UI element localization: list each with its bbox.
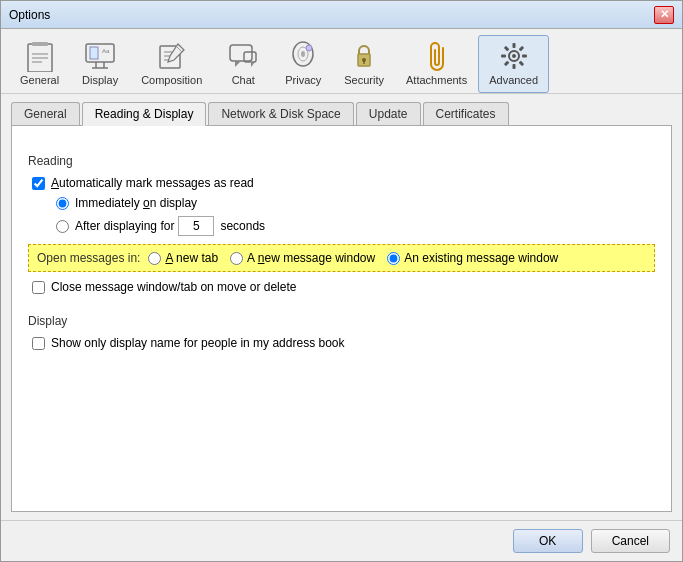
toolbar-item-attachments[interactable]: Attachments [395,35,478,93]
svg-marker-17 [235,61,241,67]
chat-icon [227,40,259,72]
reading-section-title: Reading [28,154,655,168]
security-icon [348,40,380,72]
options-window: Options ✕ General Aa [0,0,683,562]
privacy-icon [287,40,319,72]
open-existing-window-option: An existing message window [387,251,558,265]
toolbar-item-display[interactable]: Aa Display [70,35,130,93]
toolbar-item-composition[interactable]: Composition [130,35,213,93]
toolbar-composition-label: Composition [141,74,202,86]
immediately-label: Immediately on display [75,196,197,210]
svg-rect-16 [230,45,252,61]
tab-general[interactable]: General [11,102,80,125]
open-new-window-radio[interactable] [230,252,243,265]
svg-rect-1 [32,42,48,46]
toolbar-general-label: General [20,74,59,86]
toolbar-attachments-label: Attachments [406,74,467,86]
toolbar: General Aa Display [1,29,682,94]
tab-network-disk[interactable]: Network & Disk Space [208,102,353,125]
svg-rect-30 [518,46,524,52]
display-section: Display Show only display name for peopl… [28,314,655,350]
show-display-name-label: Show only display name for people in my … [51,336,345,350]
close-window-label: Close message window/tab on move or dele… [51,280,296,294]
auto-mark-checkbox[interactable] [32,177,45,190]
svg-rect-33 [512,64,515,69]
seconds-input[interactable] [178,216,214,236]
svg-rect-32 [518,61,524,67]
toolbar-chat-label: Chat [232,74,255,86]
open-new-window-label: A new message window [247,251,375,265]
toolbar-item-chat[interactable]: Chat [213,35,273,93]
svg-rect-34 [503,61,509,67]
immediately-row: Immediately on display [56,196,655,210]
auto-mark-row: Automatically mark messages as read [28,176,655,190]
show-display-name-checkbox[interactable] [32,337,45,350]
general-icon [24,40,56,72]
tab-certificates[interactable]: Certificates [423,102,509,125]
tabs-bar: General Reading & Display Network & Disk… [11,102,672,126]
toolbar-display-label: Display [82,74,118,86]
title-bar: Options ✕ [1,1,682,29]
auto-mark-label: Automatically mark messages as read [51,176,254,190]
toolbar-security-label: Security [344,74,384,86]
open-new-window-option: A new message window [230,251,375,265]
tab-update[interactable]: Update [356,102,421,125]
toolbar-advanced-label: Advanced [489,74,538,86]
svg-rect-6 [90,47,98,59]
svg-rect-29 [512,43,515,48]
svg-point-28 [512,54,516,58]
open-new-tab-label: A new tab [165,251,218,265]
reading-section: Reading Automatically mark messages as r… [28,154,655,236]
content-area: General Reading & Display Network & Disk… [1,94,682,520]
display-icon: Aa [84,40,116,72]
svg-point-23 [306,45,312,51]
after-displaying-label: After displaying for [75,219,174,233]
cancel-button[interactable]: Cancel [591,529,670,553]
svg-text:Aa: Aa [102,48,110,54]
display-section-title: Display [28,314,655,328]
after-displaying-radio[interactable] [56,220,69,233]
svg-point-22 [301,51,305,57]
open-existing-window-radio[interactable] [387,252,400,265]
panel-reading-display: Reading Automatically mark messages as r… [11,126,672,512]
toolbar-item-general[interactable]: General [9,35,70,93]
attachments-icon [421,40,453,72]
svg-rect-31 [522,55,527,58]
immediately-radio[interactable] [56,197,69,210]
toolbar-item-security[interactable]: Security [333,35,395,93]
after-displaying-row: After displaying for seconds [56,216,655,236]
toolbar-privacy-label: Privacy [285,74,321,86]
svg-rect-35 [501,55,506,58]
composition-icon [156,40,188,72]
ok-button[interactable]: OK [513,529,583,553]
open-messages-label: Open messages in: [37,251,140,265]
svg-marker-19 [251,62,255,67]
toolbar-item-advanced[interactable]: Advanced [478,35,549,93]
toolbar-item-privacy[interactable]: Privacy [273,35,333,93]
show-display-name-row: Show only display name for people in my … [28,336,655,350]
window-title: Options [9,8,654,22]
open-messages-row: Open messages in: A new tab A new messag… [28,244,655,272]
advanced-icon [498,40,530,72]
seconds-label: seconds [220,219,265,233]
open-existing-window-label: An existing message window [404,251,558,265]
mark-timing-group: Immediately on display After displaying … [28,196,655,236]
open-new-tab-option: A new tab [148,251,218,265]
bottom-bar: OK Cancel [1,520,682,561]
open-new-tab-radio[interactable] [148,252,161,265]
svg-rect-36 [503,46,509,52]
close-button[interactable]: ✕ [654,6,674,24]
close-window-row: Close message window/tab on move or dele… [28,280,655,294]
tab-reading-display[interactable]: Reading & Display [82,102,207,126]
close-window-checkbox[interactable] [32,281,45,294]
